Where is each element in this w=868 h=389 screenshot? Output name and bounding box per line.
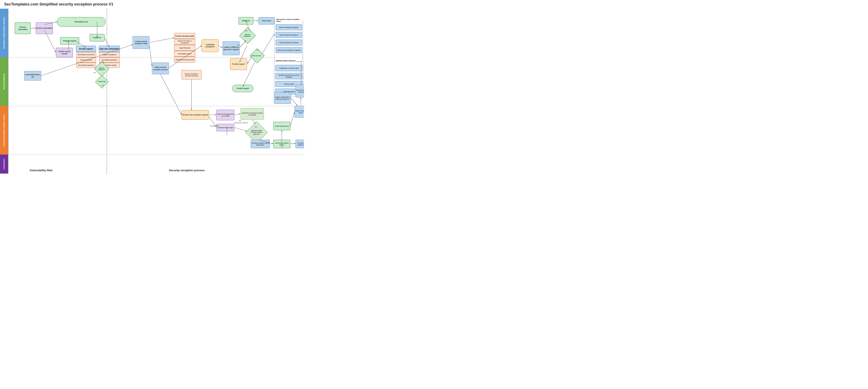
remediation-plans-node: Remediation plans: [174, 51, 195, 57]
provide-necessary-detail-node: Provide necessary detail: [174, 33, 195, 39]
remediation-extensions-node: Remediation extensions: [76, 52, 96, 57]
accept-risks-right-wrapper: Accept risks: [250, 50, 264, 61]
review-expired-node: Review expired exceptions: [276, 32, 302, 38]
provide-support-left-node: Provide support: [76, 46, 96, 52]
identify-ownership-node: Identify ownership and correct assignee: [275, 73, 303, 79]
yes-label-3: Yes: [254, 126, 257, 128]
no-label-right-2: No: [247, 61, 249, 63]
close-issue-node: Close issue: [258, 17, 274, 25]
generate-exception-reports-node: Generate exception reports: [273, 140, 290, 148]
provide-support-right-node: Provide support: [230, 58, 247, 70]
page-title: SecTemplates.com Simplified security exc…: [0, 0, 304, 9]
remediate-issue-node: Remediate issue: [57, 17, 105, 27]
leaders-notified-node: Leaders notified an approval is required: [223, 41, 240, 55]
section-label-process: Security exception process: [169, 169, 205, 172]
publish-fix-right-node: Publish fix: [239, 17, 253, 25]
svg-line-21: [160, 74, 182, 115]
review-risk-acceptance-node: Review risk acceptance requests: [276, 47, 302, 53]
swimlane-ops: Operations, Engineering & Product: [0, 9, 8, 57]
support-escalations-node: Support escalations: [99, 52, 120, 57]
approve-ext-left-wrapper: Approve extension?: [95, 62, 108, 75]
svg-line-26: [234, 128, 247, 131]
risk-owners-group: Risk owners recieve exception status Rev…: [274, 20, 303, 61]
risk-acceptance-node: Risk acceptance: [76, 57, 96, 62]
svg-line-34: [290, 112, 294, 126]
align-stakeholders-node: Align with stakeholders: [99, 46, 120, 52]
no-label-1: No: [94, 72, 96, 74]
extension-request-label: Extension request: [234, 122, 248, 124]
accept-risk-label: Accept Risk: [210, 125, 219, 127]
evaluate-request-type-node: Evaluate request type: [216, 124, 234, 131]
vuln-filed-jira-node: Vulnerability filed in Jira: [24, 71, 41, 81]
yes-label-right-1: Yes: [245, 30, 248, 32]
swimlanes: Operations, Engineering & Product Securi…: [0, 9, 8, 173]
reason-for-delay-node: Reason for delay or acceptance: [174, 39, 195, 45]
review-vuln-node: Review vulnerability: [36, 22, 53, 34]
svg-line-24: [234, 114, 241, 115]
requested-extension-date-node: Requested extension date: [174, 57, 195, 62]
yes-label-1: Yes: [101, 61, 104, 63]
diagram-area: Recieve vulnerability Review vulnerabili…: [8, 9, 304, 173]
svg-line-10: [150, 46, 152, 66]
review-expiring-node: Review expiring exceptions: [276, 24, 302, 30]
collaborate-ticket-health-node: Collaborate on ticket health: [275, 65, 303, 71]
swimlane-owner: Security Exception Program Owner: [0, 106, 8, 155]
follow-security-process-node: Follow security exception process: [152, 62, 169, 74]
yes-label-2: Yes: [101, 84, 104, 86]
remediation-guidance-left-node: Remediation guidance: [76, 62, 96, 68]
no-label-right-1: No: [238, 44, 240, 46]
security-exception-health-auto-node: Security exception health automation: [296, 140, 304, 148]
swimlane-auto: Automation: [0, 155, 8, 173]
review-health-reporting-node: Review health reporting: [296, 85, 304, 98]
health-check-tickets-node: Health check for tickets: [294, 106, 304, 117]
svg-line-12: [218, 46, 223, 48]
review-new-exception-node: Review new exception request: [182, 110, 209, 120]
provide-support-mid-node: Provide support: [232, 85, 253, 92]
review-extension-requests-node: Review extension requests: [276, 39, 302, 46]
determine-extension-node: Determine if extension should be granted: [241, 108, 264, 120]
supporting-data-node: Supporting data: [174, 45, 195, 51]
verify-reporting-sent-node: Verify reporting sent: [273, 122, 290, 130]
identify-support-node: Identify support needed: [56, 48, 73, 57]
security-exception-report-auto-node: Security exception report automation: [251, 140, 270, 148]
swimlane-eng: Security Engineer: [0, 57, 8, 106]
create-security-ticket-node: Create security exception Ticket: [132, 36, 150, 49]
verify-correct-approvers-node: Verify correct approvers are notified: [216, 110, 234, 120]
yes-label-right-2: Yes: [256, 49, 259, 51]
support-stakeholders-node: Support stakeholders requiring assistanc…: [274, 92, 291, 104]
svg-line-9: [150, 38, 174, 43]
receive-vuln-node: Recieve vulnerability: [15, 22, 31, 34]
publish-fix-top-node: Publish fix: [90, 34, 104, 41]
no-label-3: No: [239, 120, 241, 121]
section-label-vuln: Vulnerability filed: [30, 169, 52, 172]
diagram-arrows: [8, 9, 304, 173]
svg-line-31: [291, 98, 298, 106]
leadership-escalations-node: Leadership escalations: [202, 39, 218, 52]
review-technical-accuracy-node: Review exception's technical accuracy: [182, 70, 202, 80]
request-support-node: Request support: [60, 37, 79, 45]
